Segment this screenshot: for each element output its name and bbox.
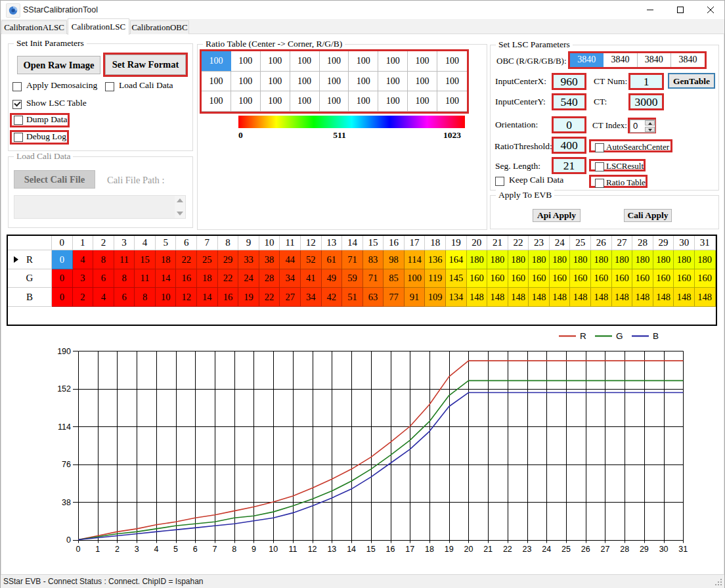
grid-column-header-1[interactable]: 1 [73, 236, 94, 250]
grid-cell-G-24[interactable]: 160 [550, 269, 571, 288]
ratio-threshold-field[interactable]: 400 [554, 139, 584, 152]
grid-cell-G-25[interactable]: 160 [570, 269, 591, 288]
grid-cell-G-16[interactable]: 85 [384, 269, 405, 288]
scroll-down-icon[interactable] [177, 212, 183, 215]
grid-cell-R-4[interactable]: 15 [135, 250, 156, 269]
spinner-up-button[interactable] [645, 120, 655, 125]
open-raw-image-button[interactable]: Open Raw Image [17, 56, 100, 74]
grid-column-header-14[interactable]: 14 [342, 236, 363, 250]
grid-cell-R-14[interactable]: 71 [342, 250, 363, 269]
resize-grip-icon[interactable] [715, 579, 723, 587]
grid-cell-R-8[interactable]: 29 [218, 250, 239, 269]
ratio-table-checkbox[interactable] [595, 179, 604, 188]
grid-cell-G-20[interactable]: 160 [467, 269, 488, 288]
grid-row-header-B[interactable]: B [8, 288, 52, 307]
grid-column-header-3[interactable]: 3 [114, 236, 135, 250]
ct-num-field[interactable]: 1 [630, 75, 662, 88]
ct-field[interactable]: 3000 [630, 95, 662, 108]
grid-cell-R-20[interactable]: 180 [467, 250, 488, 269]
ratio-cell-r2-c4[interactable]: 100 [320, 91, 349, 112]
ratio-cell-r1-c4[interactable]: 100 [320, 72, 349, 92]
grid-cell-R-18[interactable]: 136 [425, 250, 446, 269]
scroll-up-icon[interactable] [177, 198, 183, 202]
grid-column-header-15[interactable]: 15 [363, 236, 384, 250]
grid-cell-R-9[interactable]: 33 [238, 250, 259, 269]
grid-cell-G-1[interactable]: 3 [73, 269, 94, 288]
ct-index-spinner[interactable]: 0 [630, 120, 655, 133]
grid-column-header-25[interactable]: 25 [570, 236, 591, 250]
grid-column-header-18[interactable]: 18 [425, 236, 446, 250]
grid-column-header-17[interactable]: 17 [405, 236, 426, 250]
grid-cell-G-14[interactable]: 59 [342, 269, 363, 288]
grid-column-header-29[interactable]: 29 [653, 236, 674, 250]
grid-cell-G-26[interactable]: 160 [591, 269, 612, 288]
grid-cell-R-27[interactable]: 180 [612, 250, 633, 269]
ratio-cell-r0-c8[interactable]: 100 [437, 51, 467, 72]
input-center-y-field[interactable]: 540 [554, 95, 584, 108]
grid-cell-G-29[interactable]: 160 [653, 269, 674, 288]
grid-cell-G-5[interactable]: 14 [156, 269, 177, 288]
grid-cell-R-19[interactable]: 164 [446, 250, 467, 269]
grid-cell-G-19[interactable]: 145 [446, 269, 467, 288]
grid-cell-G-22[interactable]: 160 [508, 269, 529, 288]
input-center-x-field[interactable]: 960 [554, 75, 584, 88]
grid-cell-B-24[interactable]: 148 [550, 288, 571, 307]
api-apply-button[interactable]: Api Apply [533, 209, 581, 222]
grid-cell-B-13[interactable]: 42 [322, 288, 343, 307]
grid-column-header-8[interactable]: 8 [218, 236, 239, 250]
grid-cell-R-12[interactable]: 52 [301, 250, 322, 269]
grid-cell-B-31[interactable]: 148 [695, 288, 716, 307]
grid-cell-R-29[interactable]: 180 [653, 250, 674, 269]
grid-column-header-0[interactable]: 0 [52, 236, 73, 250]
grid-column-header-7[interactable]: 7 [197, 236, 218, 250]
lsc-result-checkbox[interactable] [595, 162, 604, 171]
grid-cell-G-8[interactable]: 22 [218, 269, 239, 288]
grid-cell-B-22[interactable]: 148 [508, 288, 529, 307]
ratio-cell-r1-c0[interactable]: 100 [202, 72, 231, 92]
grid-column-header-11[interactable]: 11 [280, 236, 301, 250]
grid-cell-R-30[interactable]: 180 [674, 250, 695, 269]
seg-length-field[interactable]: 21 [554, 159, 584, 172]
grid-cell-R-7[interactable]: 25 [197, 250, 218, 269]
grid-cell-G-6[interactable]: 16 [176, 269, 197, 288]
grid-cell-G-13[interactable]: 49 [322, 269, 343, 288]
grid-cell-R-5[interactable]: 18 [156, 250, 177, 269]
grid-cell-B-19[interactable]: 134 [446, 288, 467, 307]
grid-column-header-21[interactable]: 21 [487, 236, 508, 250]
ratio-cell-r2-c5[interactable]: 100 [349, 91, 378, 112]
grid-column-header-19[interactable]: 19 [446, 236, 467, 250]
grid-cell-B-17[interactable]: 91 [405, 288, 426, 307]
grid-column-header-9[interactable]: 9 [238, 236, 259, 250]
grid-cell-B-25[interactable]: 148 [570, 288, 591, 307]
gen-table-button[interactable]: GenTable [668, 73, 715, 89]
grid-cell-B-11[interactable]: 27 [280, 288, 301, 307]
grid-cell-R-31[interactable]: 180 [695, 250, 716, 269]
grid-cell-B-29[interactable]: 148 [653, 288, 674, 307]
grid-cell-R-13[interactable]: 61 [322, 250, 343, 269]
grid-cell-B-5[interactable]: 10 [156, 288, 177, 307]
grid-column-header-26[interactable]: 26 [591, 236, 612, 250]
grid-column-header-23[interactable]: 23 [529, 236, 550, 250]
grid-column-header-22[interactable]: 22 [508, 236, 529, 250]
ratio-cell-r1-c1[interactable]: 100 [231, 72, 261, 92]
textbox-scrollbar[interactable] [175, 196, 185, 218]
grid-cell-R-26[interactable]: 180 [591, 250, 612, 269]
grid-cell-R-2[interactable]: 8 [93, 250, 114, 269]
grid-cell-B-23[interactable]: 148 [529, 288, 550, 307]
ratio-cell-r1-c3[interactable]: 100 [290, 72, 320, 92]
grid-cell-G-18[interactable]: 119 [425, 269, 446, 288]
ratio-cell-r0-c1[interactable]: 100 [231, 51, 261, 72]
ratio-cell-r1-c5[interactable]: 100 [349, 72, 378, 92]
ratio-cell-r2-c0[interactable]: 100 [202, 91, 231, 112]
minimize-button[interactable] [635, 1, 665, 19]
obc-value-cell-3[interactable]: 3840 [671, 53, 705, 67]
grid-cell-R-22[interactable]: 180 [508, 250, 529, 269]
grid-cell-G-10[interactable]: 28 [259, 269, 280, 288]
ratio-cell-r2-c8[interactable]: 100 [437, 91, 467, 112]
grid-cell-B-1[interactable]: 2 [73, 288, 94, 307]
grid-cell-R-28[interactable]: 180 [632, 250, 653, 269]
grid-cell-G-27[interactable]: 160 [612, 269, 633, 288]
grid-cell-G-30[interactable]: 160 [674, 269, 695, 288]
grid-cell-B-27[interactable]: 148 [612, 288, 633, 307]
ratio-cell-r0-c4[interactable]: 100 [320, 51, 349, 72]
